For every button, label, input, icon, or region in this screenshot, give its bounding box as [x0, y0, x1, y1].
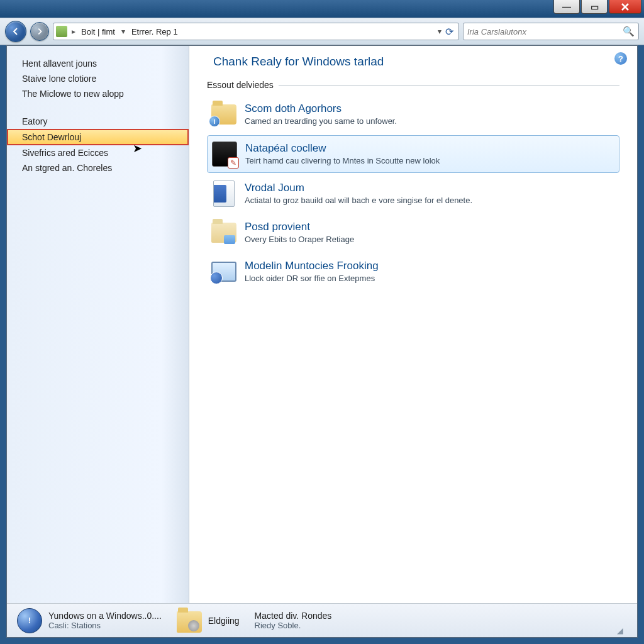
list-item[interactable]: Vrodal Joum Actiatal to groz bauild oal … [207, 175, 619, 212]
sidebar: Hent allavent jouns Staive lone clotiore… [7, 46, 189, 603]
statusbar: ! Yundows on a Windows..0.... Casli: Sta… [7, 603, 637, 637]
item-desc: Actiatal to groz bauild oal will bach e … [245, 196, 472, 205]
status-line: Eldgiing [208, 616, 240, 626]
section-header: Essout delviedes [207, 80, 619, 90]
sidebar-group: Hent allavent jouns Staive lone clotiore… [7, 56, 189, 101]
close-button[interactable] [609, 0, 641, 14]
item-title[interactable]: Posd provient [245, 221, 354, 233]
item-title[interactable]: Modelin Muntocies Frooking [245, 260, 379, 272]
close-icon [620, 2, 630, 12]
program-icon: ✎ [211, 141, 238, 167]
arrow-left-icon [11, 26, 21, 36]
folder-wrench-icon [177, 611, 202, 633]
item-desc: Overy Ebits to Oraper Retiage [245, 235, 354, 244]
item-title[interactable]: Vrodal Joum [245, 182, 472, 194]
system-orb-icon: ! [17, 608, 42, 633]
folder-tool-icon [211, 219, 237, 246]
arrow-right-icon [35, 27, 44, 36]
item-desc: Camed an trearding you same to unfower. [245, 116, 397, 126]
breadcrumb-segment[interactable]: Bolt | fimt [79, 26, 118, 38]
status-line: Casli: Stations [48, 621, 162, 630]
status-line: Riedy Soble. [255, 621, 332, 630]
refresh-button[interactable]: ⟳ [445, 26, 453, 38]
content-frame: Hent allavent jouns Staive lone clotiore… [6, 45, 638, 638]
item-desc: Llock oider DR sor ffie on Extepmes [245, 274, 379, 283]
status-line: Yundows on a Windows..0.... [48, 611, 162, 621]
location-icon [56, 26, 67, 37]
status-item: Eldgiing [177, 609, 240, 633]
maximize-button[interactable]: ▭ [581, 0, 608, 14]
main-pane: ? Chank Realy for Windows tarlad Essout … [189, 46, 637, 603]
sidebar-item-selected[interactable]: Schot Dewrlouj ➤ [7, 129, 189, 145]
sidebar-item[interactable]: Eatory [7, 114, 189, 129]
list-item[interactable]: Posd provient Overy Ebits to Oraper Reti… [207, 214, 619, 251]
sidebar-item[interactable]: An stgred an. Choreles [7, 160, 189, 175]
folder-info-icon: i [211, 101, 237, 128]
sidebar-group: Eatory Schot Dewrlouj ➤ Sivefrics ared E… [7, 114, 189, 175]
sidebar-item[interactable]: Sivefrics ared Ecicces [7, 145, 189, 160]
sidebar-item[interactable]: Staive lone clotiore [7, 71, 189, 86]
item-title[interactable]: Natapéal cocllew [245, 142, 440, 155]
help-icon[interactable]: ? [614, 52, 627, 65]
item-desc: Teirt hamd cau clivering to Mntes in Sco… [245, 156, 440, 165]
window-titlebar: — ▭ [0, 0, 644, 18]
content-body: Hent allavent jouns Staive lone clotiore… [7, 46, 637, 603]
minimize-button[interactable]: — [553, 0, 580, 14]
status-item: ! Yundows on a Windows..0.... Casli: Sta… [17, 608, 162, 633]
item-title[interactable]: Scom doth Agorhors [245, 103, 397, 115]
status-item: Macted div. Rondes Riedy Soble. [255, 611, 332, 630]
list-item[interactable]: i Scom doth Agorhors Camed an trearding … [207, 96, 619, 133]
page-title: Chank Realy for Windows tarlad [207, 55, 619, 69]
sidebar-item[interactable]: The Miclowe to new alopp [7, 86, 189, 101]
chevron-down-icon[interactable]: ▾ [119, 27, 128, 36]
monitor-icon [211, 258, 237, 285]
window-controls: — ▭ [553, 0, 641, 14]
chevron-right-icon: ▸ [70, 27, 77, 36]
toolbar: ▸ Bolt | fimt ▾ Etrrer. Rep 1 ▾ ⟳ 🔍 [0, 18, 644, 45]
sidebar-item[interactable]: Hent allavent jouns [7, 56, 189, 71]
search-icon[interactable]: 🔍 [623, 26, 635, 37]
forward-button[interactable] [30, 22, 49, 41]
back-button[interactable] [5, 21, 26, 42]
list-item[interactable]: Modelin Muntocies Frooking Llock oider D… [207, 253, 619, 290]
resize-grip-icon[interactable]: ◢ [617, 626, 627, 636]
status-line: Macted div. Rondes [255, 611, 332, 621]
search-input[interactable] [467, 27, 623, 36]
section-label: Essout delviedes [207, 80, 274, 90]
document-icon [211, 180, 237, 207]
sidebar-item-label: Schot Dewrlouj [22, 132, 81, 142]
breadcrumb-segment[interactable]: Etrrer. Rep 1 [129, 26, 180, 38]
search-box[interactable]: 🔍 [463, 23, 639, 40]
dropdown-icon[interactable]: ▾ [438, 27, 441, 36]
list-item-highlighted[interactable]: ✎ Natapéal cocllew Teirt hamd cau cliver… [207, 135, 619, 173]
breadcrumb[interactable]: ▸ Bolt | fimt ▾ Etrrer. Rep 1 ▾ ⟳ [53, 23, 459, 40]
